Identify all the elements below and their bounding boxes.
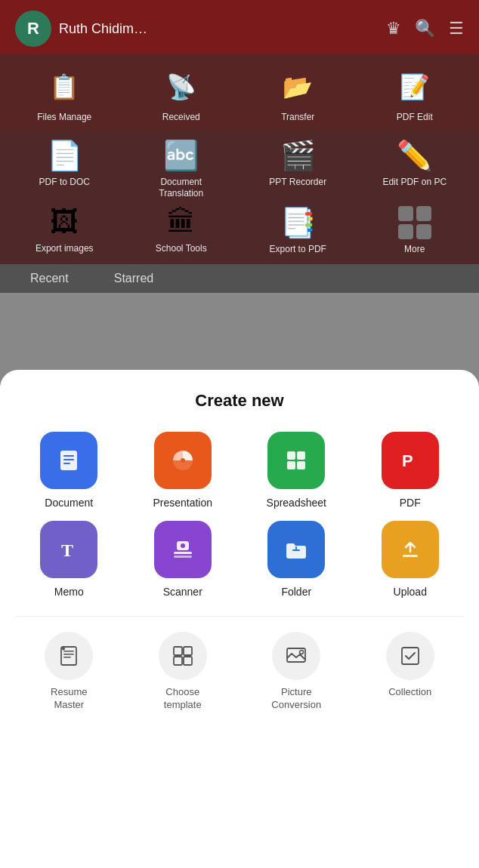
svg-rect-27 xyxy=(184,657,192,665)
modal-title: Create new xyxy=(15,391,464,411)
tool-pdf-to-doc[interactable]: 📄 PDF to DOC xyxy=(8,139,122,199)
create-scanner[interactable]: Scanner xyxy=(129,521,237,598)
create-spreadsheet[interactable]: Spreadsheet xyxy=(243,432,351,509)
nav-files-manage[interactable]: 📋 Files Manage xyxy=(8,66,122,122)
create-document[interactable]: Document xyxy=(15,432,123,509)
nav-grid: 📋 Files Manage 📡 Received 📂 Transfer 📝 P… xyxy=(8,66,471,122)
bottom-resume-master[interactable]: ResumeMaster xyxy=(15,632,123,712)
app-header: R Ruth Chidim… ♛ 🔍 ☰ xyxy=(0,0,479,54)
nav-transfer-label: Transfer xyxy=(281,112,314,122)
tool-document-translation-label: DocumentTranslation xyxy=(159,177,203,199)
tab-starred[interactable]: Starred xyxy=(114,272,153,285)
folder-icon xyxy=(267,521,325,578)
svg-rect-2 xyxy=(63,459,74,460)
bottom-choose-template[interactable]: Choosetemplate xyxy=(129,632,237,712)
memo-label: Memo xyxy=(54,586,84,598)
tool-more[interactable]: More xyxy=(358,206,472,254)
tool-school-tools[interactable]: 🏛 School Tools xyxy=(125,206,239,254)
choose-template-label: Choosetemplate xyxy=(164,686,202,712)
svg-point-5 xyxy=(181,458,185,463)
tool-document-translation[interactable]: 🔤 DocumentTranslation xyxy=(125,139,239,199)
svg-rect-6 xyxy=(287,451,295,460)
svg-text:T: T xyxy=(61,540,73,560)
svg-rect-1 xyxy=(63,455,74,457)
create-upload[interactable]: Upload xyxy=(357,521,465,598)
svg-rect-18 xyxy=(403,555,418,557)
picture-conversion-icon xyxy=(272,632,320,680)
create-memo[interactable]: T Memo xyxy=(15,521,123,598)
spreadsheet-label: Spreadsheet xyxy=(267,497,326,509)
svg-rect-24 xyxy=(174,647,182,655)
header-icons: ♛ 🔍 ☰ xyxy=(386,19,464,38)
nav-pdf-edit-label: PDF Edit xyxy=(397,112,433,122)
nav-received[interactable]: 📡 Received xyxy=(125,66,239,122)
tool-ppt-recorder[interactable]: 🎬 PPT Recorder xyxy=(241,139,355,199)
username: Ruth Chidim… xyxy=(59,21,147,37)
svg-rect-9 xyxy=(297,461,305,469)
create-folder[interactable]: Folder xyxy=(243,521,351,598)
crown-icon[interactable]: ♛ xyxy=(386,19,401,38)
folder-label: Folder xyxy=(281,586,311,598)
create-pdf[interactable]: P PDF xyxy=(357,432,465,509)
document-label: Document xyxy=(45,497,93,509)
tool-edit-pdf-pc[interactable]: ✏️ Edit PDF on PC xyxy=(358,139,472,199)
svg-point-29 xyxy=(300,651,304,654)
document-icon xyxy=(40,432,97,489)
svg-rect-20 xyxy=(63,651,74,652)
menu-icon[interactable]: ☰ xyxy=(449,19,464,38)
tool-pdf-to-doc-label: PDF to DOC xyxy=(39,177,90,187)
modal-divider xyxy=(15,616,464,617)
create-items-grid: Document Presentation xyxy=(15,432,464,598)
tool-ppt-recorder-label: PPT Recorder xyxy=(269,177,326,187)
svg-rect-22 xyxy=(63,657,71,658)
tool-more-label: More xyxy=(404,244,425,254)
scanner-label: Scanner xyxy=(163,586,202,598)
upload-icon xyxy=(382,521,439,578)
search-icon[interactable]: 🔍 xyxy=(415,19,435,38)
upload-label: Upload xyxy=(394,586,427,598)
nav-files-manage-label: Files Manage xyxy=(37,112,91,122)
choose-template-icon xyxy=(159,632,207,680)
nav-section: 📋 Files Manage 📡 Received 📂 Transfer 📝 P… xyxy=(0,54,479,131)
presentation-label: Presentation xyxy=(153,497,212,509)
svg-rect-7 xyxy=(297,451,305,460)
collection-icon xyxy=(386,632,434,680)
tool-edit-pdf-pc-label: Edit PDF on PC xyxy=(382,177,447,187)
svg-rect-25 xyxy=(184,647,192,655)
svg-rect-21 xyxy=(63,654,74,655)
resume-master-label: ResumeMaster xyxy=(51,686,87,712)
picture-conversion-label: PictureConversion xyxy=(271,686,321,712)
scanner-icon xyxy=(154,521,212,578)
svg-point-23 xyxy=(62,648,65,651)
svg-rect-30 xyxy=(402,648,419,664)
svg-point-13 xyxy=(181,543,185,548)
pdf-icon: P xyxy=(382,432,439,489)
header-left: R Ruth Chidim… xyxy=(15,11,147,47)
nav-transfer[interactable]: 📂 Transfer xyxy=(241,66,355,122)
svg-rect-26 xyxy=(174,657,182,665)
tool-export-images[interactable]: 🖼 Export images xyxy=(8,206,122,254)
nav-pdf-edit[interactable]: 📝 PDF Edit xyxy=(358,66,472,122)
svg-rect-8 xyxy=(287,461,295,469)
tool-export-to-pdf[interactable]: 📑 Export to PDF xyxy=(241,206,355,254)
presentation-icon xyxy=(154,432,212,489)
resume-master-icon xyxy=(45,632,93,680)
tab-recent[interactable]: Recent xyxy=(30,272,69,285)
create-new-modal: Create new Document xyxy=(0,370,479,868)
modal-overlay: Create new Document xyxy=(0,370,479,868)
create-presentation[interactable]: Presentation xyxy=(129,432,237,509)
bottom-picture-conversion[interactable]: PictureConversion xyxy=(243,632,351,712)
nav-received-label: Received xyxy=(162,112,200,122)
svg-rect-3 xyxy=(63,463,70,464)
svg-text:P: P xyxy=(402,451,413,470)
tool-export-images-label: Export images xyxy=(36,243,94,254)
tools-grid: 📄 PDF to DOC 🔤 DocumentTranslation 🎬 PPT… xyxy=(8,139,471,254)
collection-label: Collection xyxy=(388,686,431,699)
bottom-collection[interactable]: Collection xyxy=(357,632,465,712)
pdf-label: PDF xyxy=(400,497,421,509)
bottom-items-grid: ResumeMaster Choosetemplate xyxy=(15,632,464,712)
tool-export-to-pdf-label: Export to PDF xyxy=(270,244,326,254)
svg-rect-15 xyxy=(174,556,192,558)
svg-rect-14 xyxy=(174,552,192,554)
svg-rect-17 xyxy=(295,546,297,549)
